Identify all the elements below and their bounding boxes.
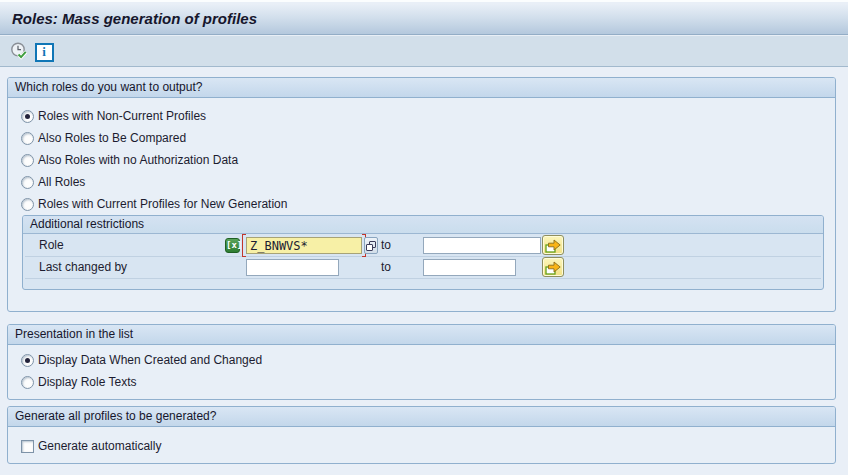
radio-display-data-created-changed[interactable]: Display Data When Created and Changed xyxy=(21,349,835,371)
section-restrictions: Additional restrictions Role [x] to xyxy=(22,215,824,290)
execute-clock-check-icon xyxy=(9,49,29,64)
section-generate-title: Generate all profiles to be generated? xyxy=(8,407,835,427)
possible-entries-button[interactable] xyxy=(364,237,378,254)
last-changed-label: Last changed by xyxy=(39,257,127,278)
restriction-row-role: Role [x] to xyxy=(25,235,821,257)
multiple-selection-button-last-changed[interactable] xyxy=(542,257,564,277)
section-presentation: Presentation in the list Display Data Wh… xyxy=(7,324,836,400)
section-presentation-title: Presentation in the list xyxy=(8,325,835,345)
restriction-row-last-changed: Last changed by to xyxy=(25,257,821,279)
page-title: Roles: Mass generation of profiles xyxy=(12,4,257,34)
checkbox-label: Generate automatically xyxy=(38,439,161,453)
role-field-focus-frame xyxy=(246,237,362,254)
radio-label: Display Data When Created and Changed xyxy=(38,353,262,367)
section-generate: Generate all profiles to be generated? G… xyxy=(7,406,836,464)
information-button[interactable]: i xyxy=(33,41,55,63)
radio-label: Also Roles to Be Compared xyxy=(38,131,186,145)
radio-roles-to-be-compared[interactable]: Also Roles to Be Compared xyxy=(21,127,835,149)
radio-roles-non-current[interactable]: Roles with Non-Current Profiles xyxy=(21,105,835,127)
radio-icon xyxy=(21,154,34,167)
radio-label: Roles with Current Profiles for New Gene… xyxy=(38,197,287,211)
application-toolbar: i xyxy=(0,35,848,67)
radio-roles-current-profiles[interactable]: Roles with Current Profiles for New Gene… xyxy=(21,193,835,215)
section-output-title: Which roles do you want to output? xyxy=(8,78,835,98)
radio-label: Also Roles with no Authorization Data xyxy=(38,153,238,167)
checkbox-generate-automatically[interactable]: Generate automatically xyxy=(21,435,835,457)
execute-button[interactable] xyxy=(8,41,30,63)
radio-label: Roles with Non-Current Profiles xyxy=(38,109,206,123)
to-label: to xyxy=(381,257,391,278)
radio-icon xyxy=(21,354,34,367)
selection-option-active-icon[interactable]: [x] xyxy=(225,238,240,253)
section-restrictions-title: Additional restrictions xyxy=(23,216,823,234)
radio-roles-no-auth-data[interactable]: Also Roles with no Authorization Data xyxy=(21,149,835,171)
radio-icon xyxy=(21,198,34,211)
radio-icon xyxy=(21,376,34,389)
output-options: Roles with Non-Current Profiles Also Rol… xyxy=(8,98,835,215)
section-output: Which roles do you want to output? Roles… xyxy=(7,77,836,312)
last-changed-from-input[interactable] xyxy=(246,259,339,276)
possible-entries-icon xyxy=(366,241,376,251)
radio-icon xyxy=(21,132,34,145)
information-icon: i xyxy=(35,43,54,62)
multiple-selection-icon xyxy=(545,238,562,254)
to-label: to xyxy=(381,235,391,256)
radio-label: All Roles xyxy=(38,175,85,189)
last-changed-to-input[interactable] xyxy=(423,259,516,276)
title-bar: Roles: Mass generation of profiles xyxy=(0,4,848,35)
checkbox-icon xyxy=(21,440,34,453)
multiple-selection-button-role[interactable] xyxy=(542,235,564,255)
radio-display-role-texts[interactable]: Display Role Texts xyxy=(21,371,835,393)
presentation-options: Display Data When Created and Changed Di… xyxy=(8,345,835,393)
radio-icon xyxy=(21,176,34,189)
role-from-input[interactable] xyxy=(246,237,362,254)
sap-window: Roles: Mass generation of profiles i Whi… xyxy=(0,0,848,475)
generate-options: Generate automatically xyxy=(8,427,835,457)
multiple-selection-icon xyxy=(545,260,562,276)
focus-bracket-left xyxy=(242,234,246,257)
role-label: Role xyxy=(39,235,64,256)
radio-label: Display Role Texts xyxy=(38,375,136,389)
role-to-input[interactable] xyxy=(423,237,541,254)
radio-all-roles[interactable]: All Roles xyxy=(21,171,835,193)
radio-icon xyxy=(21,110,34,123)
